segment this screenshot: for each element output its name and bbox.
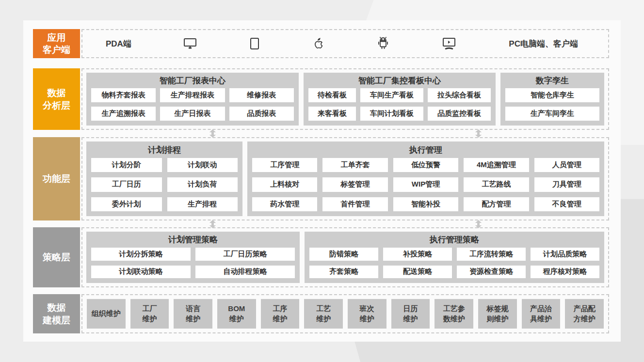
maintenance-cell: 标签规则维护 (478, 299, 517, 329)
data-modeling-row: 组织维护 工厂维护 语言维护 BOM维护 工序维护 工艺维护 班次维护 日历维护 (81, 294, 609, 333)
layer-label-line: 分析层 (43, 99, 70, 111)
maintenance-line: 日历 (403, 304, 418, 314)
module-cell: 首件管理 (322, 197, 387, 211)
layer-label-data-analysis: 数据 分析层 (33, 68, 80, 130)
maintenance-cell: 产品配方维护 (565, 299, 604, 329)
section-kanban-center: 智能工厂集控看板中心 待检看板 车间生产看板 拉头综合看板 来客看板 车间计划看… (304, 73, 496, 126)
maintenance-line: 工艺 (316, 304, 331, 314)
module-cell: 不良管理 (534, 197, 599, 211)
apple-icon (312, 37, 325, 51)
maintenance-line: 工厂 (143, 304, 157, 314)
module-cell: 工序管理 (252, 158, 317, 172)
module-cell: 计划联动 (167, 158, 238, 172)
updown-arrow-icon (474, 129, 483, 138)
maintenance-line: 维护 (403, 314, 418, 324)
section-digital-twin: 数字孪生 智能仓库孪生 生产车间孪生 (500, 73, 604, 126)
module-cell: 来客看板 (308, 107, 356, 121)
module-cell: 防错策略 (309, 248, 378, 261)
module-cell: 品质报表 (229, 107, 294, 121)
layer-label-app-client: 应用 客户端 (33, 29, 80, 58)
android-icon (376, 36, 390, 51)
module-cell: 维修报表 (229, 88, 294, 102)
maintenance-line: 语言 (186, 304, 200, 314)
module-cell: 工序流转策略 (457, 248, 526, 261)
desktop-monitor-icon (183, 37, 197, 50)
module-cell: 配送策略 (383, 266, 452, 279)
module-cell: 工厂日历策略 (195, 248, 295, 261)
strategy-row: 计划管理策略 计划分拆策略 工厂日历策略 计划联动策略 自动排程策略 执行管理策… (81, 227, 609, 287)
section-title: 执行管理 (252, 142, 599, 158)
module-cell: 生产排程报表 (160, 88, 225, 102)
module-cell: 程序核对策略 (531, 266, 599, 279)
module-cell: 资源检查策略 (457, 266, 526, 279)
module-cell: 智能仓库孪生 (505, 88, 599, 102)
maintenance-line: 具维护 (530, 314, 552, 324)
module-cell: 刀具管理 (534, 177, 599, 191)
module-cell: 自动排程策略 (195, 266, 295, 279)
section-execution-strategy: 执行管理策略 防错策略 补投策略 工序流转策略 计划品质策略 齐套策略 配送策略… (305, 232, 604, 283)
module-cell: 待检看板 (308, 88, 356, 102)
maintenance-cell: 组织维护 (87, 299, 126, 329)
module-cell: 拉头综合看板 (428, 88, 491, 102)
maintenance-line: 数维护 (443, 314, 465, 324)
maintenance-cell: 工厂维护 (130, 299, 169, 329)
module-cell: 齐套策略 (309, 266, 378, 279)
maintenance-cell: 班次维护 (348, 299, 386, 329)
layer-label-line: 数据 (48, 301, 66, 314)
section-title: 智能工厂集控看板中心 (308, 73, 491, 88)
maintenance-line: 产品配 (574, 304, 596, 314)
section-report-center: 智能工厂报表中心 物料齐套报表 生产排程报表 维修报表 生产追溯报表 生产日报表… (86, 73, 299, 126)
module-cell: 计划品质策略 (531, 248, 599, 261)
layer-label-line: 应用 (48, 31, 66, 44)
module-cell: 低位预警 (393, 158, 458, 172)
maintenance-cell: 日历维护 (391, 299, 430, 329)
maintenance-line: 产品治 (530, 304, 552, 314)
module-cell: 标签管理 (322, 177, 387, 191)
section-title: 智能工厂报表中心 (91, 73, 294, 88)
maintenance-cell: 工艺维护 (304, 299, 343, 329)
maintenance-line: 标签规 (486, 304, 508, 314)
maintenance-cell: 工序维护 (261, 299, 300, 329)
module-cell: 计划分拆策略 (91, 248, 191, 261)
maintenance-line: 维护 (143, 314, 157, 324)
module-cell: WIP管理 (393, 177, 458, 191)
module-cell: 车间生产看板 (360, 88, 423, 102)
layer-label-line: 功能层 (43, 173, 70, 185)
updown-arrow-icon (209, 129, 217, 138)
layer-label-line: 策略层 (43, 251, 70, 263)
architecture-diagram-card: 应用 客户端 PDA端 (23, 20, 621, 342)
module-cell: 物料齐套报表 (91, 88, 156, 102)
module-cell: 工艺路线 (464, 177, 529, 191)
maintenance-line: 工序 (273, 304, 288, 314)
module-cell: 生产排程 (167, 197, 238, 211)
module-cell: 车间计划看板 (360, 107, 423, 121)
maintenance-line: 维护 (360, 314, 374, 324)
maintenance-line: 维护 (229, 314, 244, 324)
layer-label-line: 客户端 (43, 44, 70, 56)
maintenance-line: 维护 (273, 314, 288, 324)
module-cell: 生产日报表 (160, 107, 225, 121)
module-cell: 品质监控看板 (428, 107, 491, 121)
app-client-row: PDA端 (81, 29, 609, 58)
section-title: 计划管理策略 (91, 232, 295, 248)
maintenance-line: 方维护 (574, 314, 596, 324)
maintenance-cell: BOM维护 (217, 299, 256, 329)
module-cell: 计划分阶 (91, 158, 162, 172)
module-cell: 智能补投 (393, 197, 458, 211)
maintenance-line: 维护 (186, 314, 200, 324)
section-execution-mgmt: 执行管理 工序管理 工单齐套 低位预警 4M追溯管理 人员管理 上料核对 标签管… (247, 142, 604, 216)
smart-tv-icon (441, 36, 457, 51)
layer-label-data-modeling: 数据 建模层 (33, 294, 80, 333)
layer-label-line: 建模层 (43, 314, 70, 326)
pc-client-label: PC电脑端、客户端 (509, 38, 578, 49)
module-cell: 计划负荷 (167, 177, 238, 191)
function-row: 计划排程 计划分阶 计划联动 工厂日历 计划负荷 委外计划 生产排程 执行管理 … (81, 137, 609, 220)
module-cell: 药水管理 (252, 197, 317, 211)
pda-label: PDA端 (106, 38, 131, 49)
data-analysis-row: 智能工厂报表中心 物料齐套报表 生产排程报表 维修报表 生产追溯报表 生产日报表… (81, 68, 609, 130)
layer-label-strategy: 策略层 (33, 227, 80, 287)
maintenance-cell: 产品治具维护 (522, 299, 561, 329)
maintenance-line: 维护 (316, 314, 331, 324)
module-cell: 工单齐套 (322, 158, 387, 172)
maintenance-cell: 语言维护 (174, 299, 212, 329)
